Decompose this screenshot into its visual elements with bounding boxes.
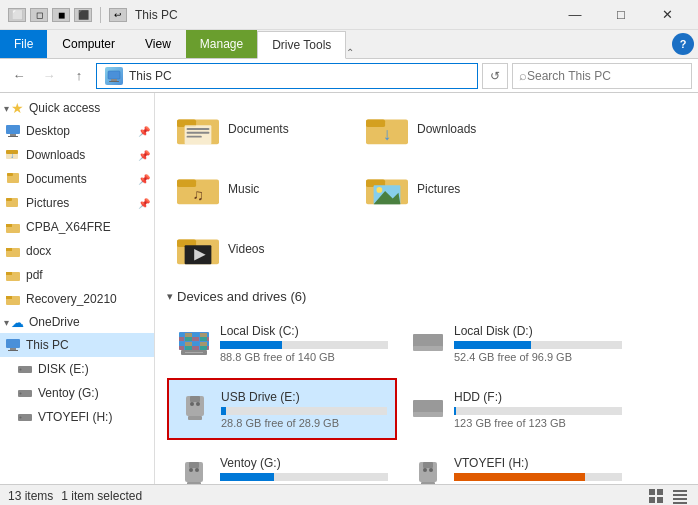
quick-access-section[interactable]: ▾ ★ Quick access (0, 97, 154, 119)
onedrive-section[interactable]: ▾ ☁ OneDrive (0, 311, 154, 333)
drive-c-bar (220, 341, 282, 349)
svg-rect-86 (673, 498, 687, 500)
view-details-button[interactable] (670, 486, 690, 506)
tab-file[interactable]: File (0, 30, 47, 58)
ventoy-g-icon (16, 384, 34, 402)
drive-g[interactable]: Ventoy (G:) 19.4 GB free of 28.7 GB (167, 444, 397, 484)
sidebar-item-documents[interactable]: Documents 📌 (0, 167, 154, 191)
sidebar-item-this-pc[interactable]: This PC (0, 333, 154, 357)
titlebar-icons: ⬜ ◻ ◼ ⬛ ↩ (8, 7, 127, 23)
sidebar-item-vtoyefi[interactable]: VTOYEFI (H:) (0, 405, 154, 429)
this-pc-icon (4, 336, 22, 354)
drive-c-size: 88.8 GB free of 140 GB (220, 351, 388, 363)
svg-rect-22 (10, 348, 16, 350)
address-field[interactable]: This PC (96, 63, 478, 89)
folder-pictures[interactable]: Pictures (356, 161, 541, 217)
view-large-icons-button[interactable] (646, 486, 666, 506)
drive-d[interactable]: Local Disk (D:) 52.4 GB free of 96.9 GB (401, 312, 631, 374)
folder-videos[interactable]: Videos (167, 221, 352, 277)
drive-f[interactable]: HDD (F:) 123 GB free of 123 GB (401, 378, 631, 440)
search-input[interactable] (527, 69, 685, 83)
drive-c[interactable]: Local Disk (C:) 88.8 GB free of 140 GB (167, 312, 397, 374)
tab-view[interactable]: View (130, 30, 186, 58)
folder-documents[interactable]: Documents (167, 101, 352, 157)
pin-icon-pictures: 📌 (138, 198, 150, 209)
folder-icon-downloads: ↓ (365, 107, 409, 151)
sidebar-label-recovery: Recovery_20210 (26, 292, 150, 306)
sidebar-label-cpba: CPBA_X64FRE (26, 220, 150, 234)
svg-rect-63 (190, 396, 200, 402)
svg-point-29 (20, 417, 22, 419)
drive-d-name: Local Disk (D:) (454, 324, 622, 338)
drive-e-info: USB Drive (E:) 28.8 GB free of 28.9 GB (221, 390, 387, 429)
help-button[interactable]: ? (672, 33, 694, 55)
onedrive-icon: ☁ (11, 315, 24, 330)
svg-rect-33 (187, 128, 210, 130)
sidebar-item-pictures[interactable]: Pictures 📌 (0, 191, 154, 215)
sidebar-item-desktop[interactable]: Desktop 📌 (0, 119, 154, 143)
sidebar-item-pdf[interactable]: pdf (0, 263, 154, 287)
tab-drive-tools[interactable]: Drive Tools (257, 31, 346, 59)
forward-button[interactable]: → (36, 64, 62, 88)
folder-downloads[interactable]: ↓ Downloads (356, 101, 541, 157)
svg-rect-35 (187, 136, 202, 138)
sidebar-item-disk-e[interactable]: DISK (E:) (0, 357, 154, 381)
drive-e[interactable]: USB Drive (E:) 28.8 GB free of 28.9 GB (167, 378, 397, 440)
onedrive-label: OneDrive (29, 315, 80, 329)
tab-manage[interactable]: Manage (186, 30, 257, 58)
svg-rect-81 (657, 489, 663, 495)
svg-point-65 (190, 402, 194, 406)
svg-rect-67 (413, 400, 443, 414)
sidebar-label-disk-e: DISK (E:) (38, 362, 150, 376)
tb-icon-5[interactable]: ↩ (109, 8, 127, 22)
folder-music[interactable]: ♫ Music (167, 161, 352, 217)
sidebar-item-downloads[interactable]: ↓ Downloads 📌 (0, 143, 154, 167)
svg-rect-2 (109, 81, 119, 82)
refresh-button[interactable]: ↺ (482, 63, 508, 89)
tb-icon-3[interactable]: ◼ (52, 8, 70, 22)
drive-c-info: Local Disk (C:) 88.8 GB free of 140 GB (220, 324, 388, 363)
sidebar-item-cpba[interactable]: CPBA_X64FRE (0, 215, 154, 239)
back-button[interactable]: ← (6, 64, 32, 88)
svg-point-78 (423, 468, 427, 472)
minimize-button[interactable]: — (552, 0, 598, 30)
sidebar-label-downloads: Downloads (26, 148, 136, 162)
svg-rect-18 (6, 272, 12, 275)
quick-access-chevron: ▾ (4, 103, 9, 114)
sidebar-item-docx[interactable]: docx (0, 239, 154, 263)
pictures-icon (4, 194, 22, 212)
maximize-button[interactable]: □ (598, 0, 644, 30)
folder-icon-cpba (4, 218, 22, 236)
tb-icon-4[interactable]: ⬛ (74, 8, 92, 22)
drive-g-name: Ventoy (G:) (220, 456, 388, 470)
search-box[interactable]: ⌕ (512, 63, 692, 89)
close-button[interactable]: ✕ (644, 0, 690, 30)
tb-icon-1[interactable]: ⬜ (8, 8, 26, 22)
tb-icon-2[interactable]: ◻ (30, 8, 48, 22)
drive-h-bar-container (454, 473, 622, 481)
svg-rect-1 (111, 79, 117, 81)
svg-point-46 (377, 187, 383, 193)
ribbon-chevron[interactable]: ⌃ (346, 47, 354, 58)
drive-d-size: 52.4 GB free of 96.9 GB (454, 351, 622, 363)
svg-rect-82 (649, 497, 655, 503)
folder-icon-docx (4, 242, 22, 260)
tab-computer[interactable]: Computer (47, 30, 130, 58)
downloads-icon: ↓ (4, 146, 22, 164)
sidebar-item-ventoy-g[interactable]: Ventoy (G:) (0, 381, 154, 405)
svg-rect-21 (6, 339, 20, 348)
up-button[interactable]: ↑ (66, 64, 92, 88)
folder-label-downloads: Downloads (417, 122, 476, 136)
devices-section-header[interactable]: ▾ Devices and drives (6) (167, 289, 686, 304)
svg-rect-14 (6, 224, 12, 227)
sidebar-label-pictures: Pictures (26, 196, 136, 210)
drive-h[interactable]: VTOYEFI (H:) 6.88 MB free of 31.9 MB (401, 444, 631, 484)
onedrive-chevron: ▾ (4, 317, 9, 328)
svg-point-74 (195, 468, 199, 472)
desktop-icon (4, 122, 22, 140)
drive-e-bar-container (221, 407, 387, 415)
drive-f-size: 123 GB free of 123 GB (454, 417, 622, 429)
folder-icon-recovery (4, 290, 22, 308)
sidebar-item-recovery[interactable]: Recovery_20210 (0, 287, 154, 311)
drive-f-name: HDD (F:) (454, 390, 622, 404)
